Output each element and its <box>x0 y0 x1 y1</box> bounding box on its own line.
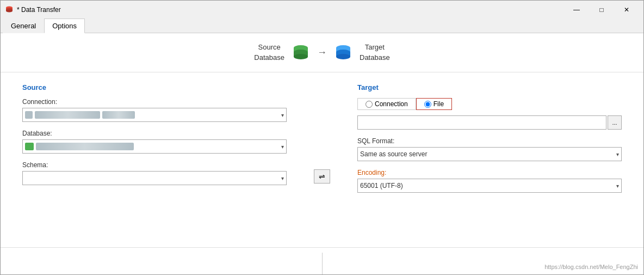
encoding-group: Encoding: 65001 (UTF-8) ▾ <box>357 169 622 193</box>
title-bar: * Data Transfer — □ ✕ <box>1 1 643 18</box>
minimize-button[interactable]: — <box>564 3 589 17</box>
target-title: Target <box>357 83 622 91</box>
transfer-direction-button[interactable]: ⇌ <box>314 169 330 184</box>
source-connection-label: Connection: <box>22 98 287 106</box>
window-controls: — □ ✕ <box>564 3 639 17</box>
connection-dropdown-arrow: ▾ <box>281 112 284 118</box>
encoding-select[interactable]: 65001 (UTF-8) ▾ <box>357 179 622 193</box>
diagram-bar: Source Database → Target <box>1 33 643 72</box>
connection-radio-option[interactable]: Connection <box>357 98 416 110</box>
file-radio-label: File <box>434 100 444 108</box>
source-database-group: Database: ▾ <box>22 130 287 154</box>
connection-radio[interactable] <box>366 101 373 108</box>
tab-general[interactable]: General <box>3 19 44 33</box>
source-schema-group: Schema: ▾ <box>22 161 287 185</box>
file-input-row: ... <box>357 115 622 130</box>
source-title: Source <box>22 83 287 91</box>
source-panel: Source Connection: ▾ Database: <box>22 83 287 236</box>
title-text: * Data Transfer <box>17 6 61 14</box>
database-value-blur <box>36 143 134 150</box>
connection-value-blur <box>35 111 100 119</box>
connection-radio-label: Connection <box>375 100 408 108</box>
maximize-button[interactable]: □ <box>589 3 614 17</box>
schema-dropdown-arrow: ▾ <box>281 175 284 181</box>
svg-point-14 <box>336 54 350 59</box>
main-content: Source Connection: ▾ Database: <box>1 72 643 274</box>
target-label: Target Database <box>360 42 390 62</box>
file-radio[interactable] <box>424 101 431 108</box>
browse-button[interactable]: ... <box>608 115 622 130</box>
source-db-icon <box>291 43 311 63</box>
arrow-icon: → <box>317 47 327 58</box>
connection-value-blur2 <box>102 111 135 119</box>
source-connection-group: Connection: ▾ <box>22 98 287 122</box>
connection-icon <box>25 111 33 119</box>
tab-bar: General Options <box>1 18 643 33</box>
file-path-input[interactable] <box>357 115 606 130</box>
sql-format-select[interactable]: Same as source server ▾ <box>357 147 622 161</box>
source-database-select[interactable]: ▾ <box>22 139 287 154</box>
database-dropdown-arrow: ▾ <box>281 144 284 150</box>
source-schema-label: Schema: <box>22 161 287 169</box>
sql-format-label: SQL Format: <box>357 137 622 145</box>
source-label: Source Database <box>254 42 284 62</box>
sql-format-group: SQL Format: Same as source server ▾ <box>357 137 622 161</box>
footer-area: https://blog.csdn.net/Melo_FengZhi <box>1 247 643 274</box>
source-database-label: Database: <box>22 130 287 137</box>
target-db-icon <box>333 43 353 63</box>
target-panel: Target Connection File ... <box>357 83 622 236</box>
watermark: https://blog.csdn.net/Melo_FengZhi <box>544 264 638 270</box>
target-type-radio-group: Connection File <box>357 98 622 110</box>
app-icon <box>5 5 14 14</box>
encoding-label: Encoding: <box>357 169 622 176</box>
sql-format-value: Same as source server <box>360 150 427 158</box>
panel-middle: ⇌ <box>308 116 336 236</box>
svg-point-9 <box>294 54 308 59</box>
close-button[interactable]: ✕ <box>614 3 639 17</box>
database-icon <box>25 143 34 150</box>
sql-format-arrow: ▾ <box>616 151 619 157</box>
encoding-arrow: ▾ <box>616 183 619 189</box>
svg-point-4 <box>6 10 13 13</box>
source-connection-select[interactable]: ▾ <box>22 108 287 122</box>
encoding-value: 65001 (UTF-8) <box>360 182 403 190</box>
tab-options[interactable]: Options <box>44 19 85 33</box>
file-radio-option[interactable]: File <box>416 98 452 110</box>
source-schema-select[interactable]: ▾ <box>22 171 287 185</box>
footer-divider <box>322 253 323 274</box>
